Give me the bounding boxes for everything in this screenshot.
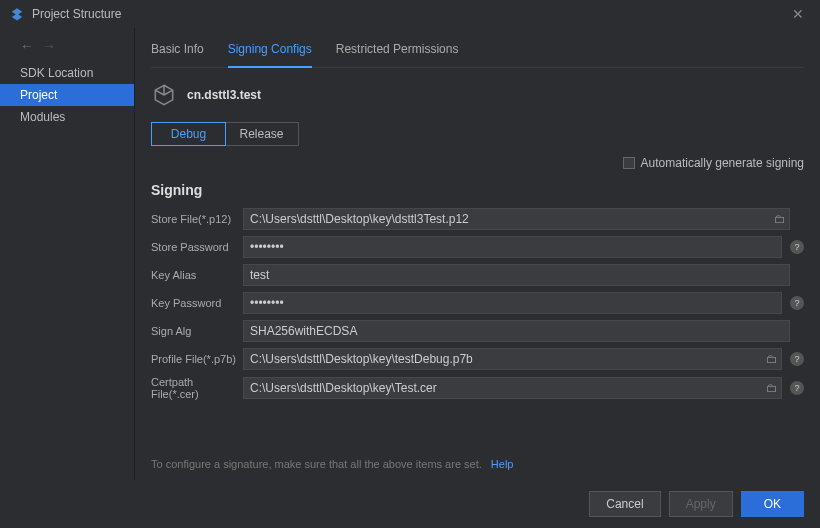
tab-signing-configs[interactable]: Signing Configs [228, 42, 312, 68]
cancel-button[interactable]: Cancel [589, 491, 660, 517]
tabs: Basic Info Signing Configs Restricted Pe… [151, 28, 804, 68]
store-password-input[interactable] [243, 236, 782, 258]
module-cube-icon [151, 82, 177, 108]
sidebar: ← → SDK Location Project Modules [0, 28, 135, 480]
project-header: cn.dsttl3.test [151, 68, 804, 122]
profile-file-browse-icon[interactable]: 🗀 [766, 352, 778, 366]
profile-file-input[interactable] [243, 348, 782, 370]
titlebar: Project Structure ✕ [0, 0, 820, 28]
hint-text: To configure a signature, make sure that… [151, 458, 513, 470]
key-password-input[interactable] [243, 292, 782, 314]
auto-generate-checkbox[interactable] [623, 157, 635, 169]
store-file-label: Store File(*.p12) [151, 213, 243, 225]
store-password-label: Store Password [151, 241, 243, 253]
help-link[interactable]: Help [491, 458, 514, 470]
sidebar-item-project[interactable]: Project [0, 84, 134, 106]
content-panel: Basic Info Signing Configs Restricted Pe… [135, 28, 820, 480]
project-name: cn.dsttl3.test [187, 88, 261, 102]
sign-alg-label: Sign Alg [151, 325, 243, 337]
key-alias-input[interactable] [243, 264, 790, 286]
profile-file-label: Profile File(*.p7b) [151, 353, 243, 365]
app-logo-icon [10, 7, 24, 21]
key-alias-label: Key Alias [151, 269, 243, 281]
tab-basic-info[interactable]: Basic Info [151, 42, 204, 67]
buildtype-debug[interactable]: Debug [151, 122, 226, 146]
certpath-file-browse-icon[interactable]: 🗀 [766, 381, 778, 395]
certpath-file-help-icon[interactable]: ? [790, 381, 804, 395]
auto-generate-label: Automatically generate signing [641, 156, 804, 170]
nav-back-icon[interactable]: ← [20, 38, 34, 54]
section-title: Signing [151, 176, 804, 208]
key-password-label: Key Password [151, 297, 243, 309]
window-title: Project Structure [32, 7, 121, 21]
nav-forward-icon[interactable]: → [42, 38, 56, 54]
ok-button[interactable]: OK [741, 491, 804, 517]
buildtype-tabs: Debug Release [151, 122, 299, 146]
sidebar-item-sdk-location[interactable]: SDK Location [0, 62, 134, 84]
store-file-input[interactable] [243, 208, 790, 230]
buildtype-release[interactable]: Release [225, 123, 298, 145]
certpath-file-label: Certpath File(*.cer) [151, 376, 243, 400]
sidebar-item-modules[interactable]: Modules [0, 106, 134, 128]
certpath-file-input[interactable] [243, 377, 782, 399]
tab-restricted-permissions[interactable]: Restricted Permissions [336, 42, 459, 67]
store-password-help-icon[interactable]: ? [790, 240, 804, 254]
apply-button[interactable]: Apply [669, 491, 733, 517]
footer: Cancel Apply OK [0, 480, 820, 528]
close-icon[interactable]: ✕ [786, 4, 810, 24]
sign-alg-input[interactable] [243, 320, 790, 342]
profile-file-help-icon[interactable]: ? [790, 352, 804, 366]
key-password-help-icon[interactable]: ? [790, 296, 804, 310]
store-file-browse-icon[interactable]: 🗀 [774, 212, 786, 226]
